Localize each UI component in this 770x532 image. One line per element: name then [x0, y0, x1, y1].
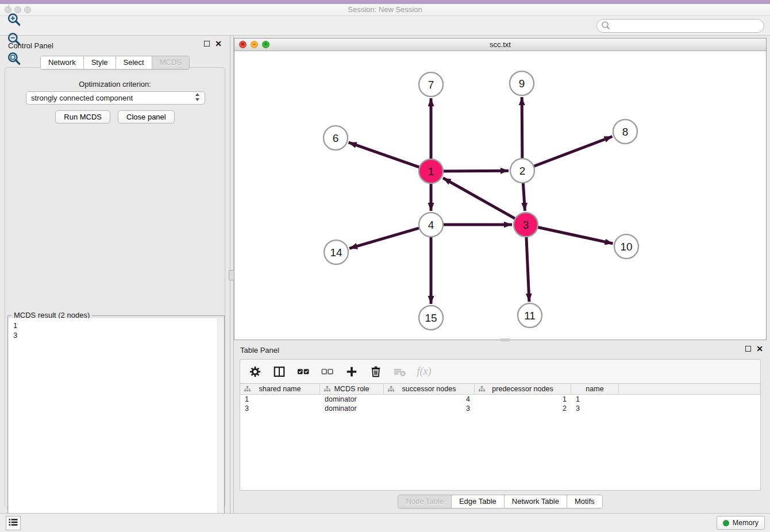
- toolbar-separator: [9, 2, 9, 10]
- main-toolbar: [0, 16, 770, 36]
- graph-node-7[interactable]: 7: [419, 72, 443, 97]
- memory-button[interactable]: Memory: [717, 516, 765, 530]
- graph-node-3[interactable]: 3: [514, 213, 538, 237]
- tab-mcds[interactable]: MCDS: [152, 56, 189, 69]
- criterion-dropdown-value: strongly connected component: [31, 94, 195, 102]
- table-cell[interactable]: dominator: [320, 404, 384, 413]
- table-cell[interactable]: 3: [240, 404, 320, 413]
- show-columns-icon[interactable]: [271, 364, 287, 380]
- delete-columns-icon[interactable]: [368, 364, 384, 380]
- table-settings-icon[interactable]: [247, 364, 263, 380]
- graph-node-6[interactable]: 6: [324, 126, 348, 150]
- table-cell[interactable]: 3: [571, 404, 619, 413]
- mcds-result-group: MCDS result (2 nodes) 13: [7, 315, 225, 532]
- select-all-icon[interactable]: [295, 364, 311, 380]
- graph-edge-2-8[interactable]: [528, 137, 613, 169]
- table-header-row: shared nameMCDS rolesuccessor nodesprede…: [240, 384, 760, 395]
- graph-edge-1-2[interactable]: [437, 171, 509, 171]
- mcds-result-lines: 13: [13, 321, 17, 340]
- svg-text:14: 14: [330, 246, 342, 259]
- svg-text:11: 11: [524, 310, 536, 322]
- control-panel-tabs: NetworkStyleSelectMCDS: [40, 56, 190, 70]
- search-field[interactable]: [596, 19, 764, 33]
- deselect-all-icon[interactable]: [319, 364, 336, 380]
- svg-text:15: 15: [425, 312, 437, 324]
- network-view-window[interactable]: ✕ − + scc.txt 7968124314101511: [234, 38, 767, 340]
- main-titlebar[interactable]: Session: New Session: [0, 4, 770, 16]
- zoom-in-icon[interactable]: [5, 10, 24, 30]
- result-scrollbar[interactable]: [217, 318, 224, 532]
- search-icon: [600, 20, 610, 32]
- graph-node-8[interactable]: 8: [613, 119, 637, 144]
- svg-text:2: 2: [519, 165, 526, 177]
- graph-edge-4-14[interactable]: [349, 226, 425, 248]
- column-header-filler: [619, 384, 760, 394]
- sort-hierarchy-icon: [388, 386, 394, 394]
- table-cell[interactable]: 1: [571, 395, 619, 404]
- graph-node-15[interactable]: 15: [419, 306, 443, 330]
- function-builder-icon: f(x): [416, 364, 432, 380]
- memory-status-icon: [723, 520, 729, 526]
- graph-node-9[interactable]: 9: [510, 71, 534, 95]
- table-cell[interactable]: 1: [240, 395, 320, 404]
- table-tab-edge-table[interactable]: Edge Table: [452, 495, 505, 508]
- graph-node-1[interactable]: 1: [419, 159, 443, 183]
- svg-text:6: 6: [333, 132, 339, 144]
- result-line: 3: [13, 330, 17, 340]
- export-image-icon[interactable]: [5, 0, 24, 2]
- table-tab-motifs[interactable]: Motifs: [567, 495, 602, 508]
- task-history-button[interactable]: [6, 516, 21, 530]
- mcds-panel-body: Optimization criterion: strongly connect…: [5, 67, 225, 508]
- node-table[interactable]: shared nameMCDS rolesuccessor nodesprede…: [240, 383, 761, 491]
- table-tab-network-table[interactable]: Network Table: [505, 495, 567, 508]
- close-panel-button[interactable]: Close panel: [118, 110, 175, 124]
- column-label: name: [586, 385, 603, 393]
- graph-node-10[interactable]: 10: [614, 234, 638, 259]
- graph-node-4[interactable]: 4: [419, 213, 443, 237]
- float-table-panel-icon[interactable]: [745, 346, 751, 352]
- tab-select[interactable]: Select: [116, 56, 152, 69]
- network-resize-grip[interactable]: [500, 338, 510, 341]
- delete-table-icon: [392, 364, 408, 380]
- graph-edge-3-11[interactable]: [526, 230, 529, 302]
- svg-text:8: 8: [622, 126, 629, 138]
- close-panel-icon[interactable]: ✕: [215, 41, 222, 47]
- sort-hierarchy-icon: [244, 386, 251, 394]
- table-tab-node-table[interactable]: Node Table: [398, 495, 452, 508]
- table-row[interactable]: 3dominator323: [240, 404, 760, 413]
- column-header-MCDS-role[interactable]: MCDS role: [320, 384, 384, 394]
- window-accent-strip: [0, 0, 770, 4]
- table-cell[interactable]: 2: [475, 404, 571, 413]
- table-cell[interactable]: 1: [475, 395, 571, 404]
- svg-text:1: 1: [428, 165, 434, 178]
- graph-edge-3-10[interactable]: [532, 226, 613, 244]
- column-header-name[interactable]: name: [571, 384, 619, 394]
- network-window-titlebar[interactable]: ✕ − + scc.txt: [234, 38, 766, 51]
- tab-network[interactable]: Network: [41, 56, 84, 69]
- column-header-successor-nodes[interactable]: successor nodes: [384, 384, 475, 394]
- graph-node-14[interactable]: 14: [324, 240, 348, 264]
- control-panel: Control Panel ✕ NetworkStyleSelectMCDS O…: [0, 36, 230, 513]
- graph-edge-2-9[interactable]: [522, 97, 522, 165]
- network-canvas[interactable]: 7968124314101511: [234, 51, 766, 340]
- column-header-predecessor-nodes[interactable]: predecessor nodes: [475, 384, 571, 394]
- close-table-panel-icon[interactable]: ✕: [756, 346, 763, 352]
- table-row[interactable]: 1dominator411: [240, 395, 760, 404]
- run-mcds-button[interactable]: Run MCDS: [55, 110, 110, 124]
- table-cell[interactable]: dominator: [320, 395, 384, 404]
- column-header-shared-name[interactable]: shared name: [240, 384, 320, 394]
- graph-node-2[interactable]: 2: [510, 159, 534, 183]
- search-input[interactable]: [610, 21, 764, 31]
- graph-node-11[interactable]: 11: [518, 303, 542, 327]
- float-panel-icon[interactable]: [204, 41, 210, 47]
- mcds-result-textarea[interactable]: 13: [9, 318, 224, 532]
- graph-edge-1-6[interactable]: [349, 142, 425, 169]
- graph-edge-3-1[interactable]: [443, 178, 521, 222]
- vertical-splitter[interactable]: [230, 36, 234, 513]
- table-cell[interactable]: 3: [384, 404, 475, 413]
- create-column-icon[interactable]: [344, 364, 360, 380]
- tab-style[interactable]: Style: [84, 56, 116, 69]
- table-cell[interactable]: 4: [384, 395, 475, 404]
- memory-label: Memory: [733, 519, 759, 527]
- criterion-dropdown[interactable]: strongly connected component: [26, 91, 205, 105]
